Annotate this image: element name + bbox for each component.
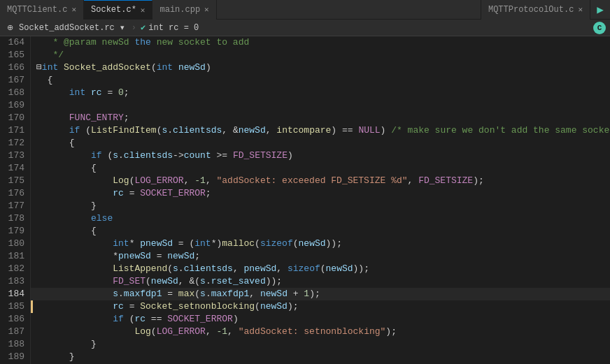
toolbar-right: C <box>593 22 606 34</box>
line-188: 188 <box>3 338 24 351</box>
line-182: 182 <box>3 263 24 275</box>
tab-mqttclient[interactable]: MQTTClient.c ✕ <box>0 0 84 20</box>
tab-mqttprotocol-close[interactable]: ✕ <box>578 5 583 14</box>
line-174: 174 <box>3 162 24 175</box>
code-line-174: { <box>31 162 610 175</box>
tab-maincpp-close[interactable]: ✕ <box>204 5 209 14</box>
code-line-167: { <box>31 74 610 87</box>
line-165: 165 <box>3 49 24 61</box>
line-176: 176 <box>3 187 24 200</box>
code-line-166: ⊟int Socket_addSocket(int newSd) <box>31 61 610 74</box>
code-line-189: } <box>31 351 610 363</box>
code-line-180: int* pnewSd = (int*)malloc(sizeof(newSd)… <box>31 238 610 250</box>
line-186: 186 <box>3 313 24 326</box>
code-line-170: FUNC_ENTRY; <box>31 112 610 124</box>
code-line-188: } <box>31 338 610 351</box>
code-line-182: ListAppend(s.clientsds, pnewSd, sizeof(n… <box>31 263 610 275</box>
code-line-171: if (ListFindItem(s.clientsds, &newSd, in… <box>31 124 610 137</box>
tab-socket-close[interactable]: ✕ <box>141 6 146 15</box>
code-line-177: } <box>31 200 610 212</box>
line-178: 178 <box>3 212 24 225</box>
code-line-183: FD_SET(newSd, &(s.rset_saved)); <box>31 275 610 288</box>
line-177: 177 <box>3 200 24 212</box>
toolbar: ⊕ Socket_addSocket.rc ▾ › ✔ int rc = 0 C <box>0 20 610 36</box>
tab-socket-label: Socket.c* <box>91 5 136 15</box>
code-line-168: int rc = 0; <box>31 87 610 99</box>
code-line-175: Log(LOG_ERROR, -1, "addSocket: exceeded … <box>31 175 610 187</box>
tab-maincpp[interactable]: main.cpp ✕ <box>152 0 216 20</box>
line-173: 173 <box>3 150 24 162</box>
tab-maincpp-label: main.cpp <box>159 5 200 15</box>
line-170: 170 <box>3 112 24 124</box>
avatar: C <box>593 22 606 34</box>
debug-indicator <box>31 300 33 313</box>
tab-bar: MQTTClient.c ✕ Socket.c* ✕ main.cpp ✕ MQ… <box>0 0 610 20</box>
line-168: 168 <box>3 87 24 99</box>
code-line-186: if (rc == SOCKET_ERROR) <box>31 313 610 326</box>
code-line-178: else <box>31 212 610 225</box>
code-content: * @param newSd the new socket to add */ … <box>31 36 610 364</box>
line-164: 164 <box>3 36 24 49</box>
code-container: 164 165 166 167 168 169 170 171 172 173 … <box>0 36 610 364</box>
line-184: 184 <box>3 288 24 300</box>
line-187: 187 <box>3 326 24 338</box>
code-line-176: rc = SOCKET_ERROR; <box>31 187 610 200</box>
code-line-179: { <box>31 225 610 238</box>
code-line-184: s.maxfdp1 = max(s.maxfdp1, newSd + 1); <box>31 288 610 300</box>
breadcrumb-value: int rc = 0 <box>148 23 199 33</box>
line-185: 185 <box>3 300 24 313</box>
breadcrumb-check-icon: ✔ <box>141 22 146 33</box>
code-line-187: Log(LOG_ERROR, -1, "addSocket: setnonblo… <box>31 326 610 338</box>
line-169: 169 <box>3 99 24 112</box>
code-line-185: rc = Socket_setnonblocking(newSd); <box>31 300 610 313</box>
breadcrumb-file: Socket_addSocket.rc <box>19 23 115 33</box>
tab-mqttprotocol-label: MQTTProtocolOut.c <box>488 5 574 15</box>
code-line-165: */ <box>31 49 610 61</box>
line-180: 180 <box>3 238 24 250</box>
line-183: 183 <box>3 275 24 288</box>
line-181: 181 <box>3 250 24 263</box>
toolbar-icon-left[interactable]: ⊕ <box>4 22 16 34</box>
tab-socket[interactable]: Socket.c* ✕ <box>84 0 152 20</box>
code-line-164: * @param newSd the new socket to add <box>31 36 610 49</box>
code-line-172: { <box>31 137 610 150</box>
line-171: 171 <box>3 124 24 137</box>
tab-mqttprotocol[interactable]: MQTTProtocolOut.c ✕ <box>481 0 590 20</box>
tab-mqttclient-close[interactable]: ✕ <box>71 5 76 14</box>
line-175: 175 <box>3 175 24 187</box>
code-line-173: if (s.clientsds->count >= FD_SETSIZE) <box>31 150 610 162</box>
code-line-181: *pnewSd = newSd; <box>31 250 610 263</box>
line-167: 167 <box>3 74 24 87</box>
breadcrumb-dropdown[interactable]: ▾ <box>118 22 127 34</box>
breadcrumb-separator: › <box>132 23 136 33</box>
green-action-button[interactable]: ▶ <box>590 3 610 17</box>
code-line-169 <box>31 99 610 112</box>
line-172: 172 <box>3 137 24 150</box>
line-166: 166 <box>3 61 24 74</box>
line-numbers: 164 165 166 167 168 169 170 171 172 173 … <box>0 36 31 364</box>
tab-mqttclient-label: MQTTClient.c <box>7 5 67 15</box>
line-189: 189 <box>3 351 24 363</box>
line-179: 179 <box>3 225 24 238</box>
